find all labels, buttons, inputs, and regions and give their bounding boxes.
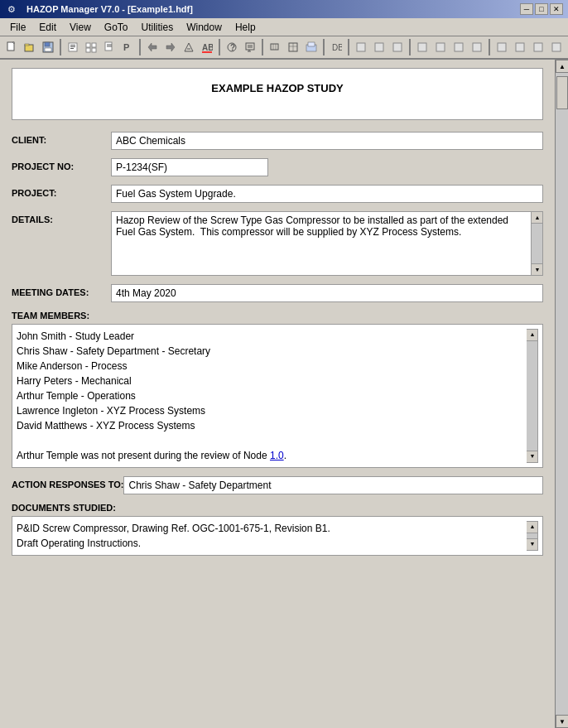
team-note-prefix: Arthur Temple was not present during the… <box>17 450 270 461</box>
team-note-link[interactable]: 1.0 <box>270 450 284 461</box>
toolbar-btn6[interactable] <box>101 38 118 56</box>
toolbar-btn16[interactable] <box>303 38 320 56</box>
client-label: CLIENT: <box>12 132 111 145</box>
toolbar-spelling[interactable]: ABC <box>199 38 215 56</box>
client-input[interactable] <box>111 132 543 150</box>
docs-scroll-up[interactable]: ▲ <box>527 522 538 533</box>
project-input[interactable] <box>111 185 543 203</box>
content-panel: EXAMPLE HAZOP STUDY CLIENT: PROJECT NO: … <box>0 60 555 728</box>
toolbar: P ABC ? DB <box>0 36 568 60</box>
toolbar-btn4[interactable] <box>65 38 81 56</box>
svg-rect-3 <box>25 44 29 46</box>
documents-studied-label: DOCUMENTS STUDIED: <box>12 503 543 513</box>
menu-help[interactable]: Help <box>229 20 262 35</box>
svg-rect-13 <box>86 48 90 52</box>
team-members-row: John Smith - Study Leader Chris Shaw - S… <box>12 324 543 468</box>
action-responses-row: ACTION RESPONSES TO: <box>12 476 543 494</box>
svg-rect-47 <box>473 43 481 51</box>
details-scroll-down[interactable]: ▼ <box>532 263 543 275</box>
team-scroll-track <box>527 341 537 451</box>
project-no-row: PROJECT NO: <box>12 158 543 176</box>
details-scroll-up[interactable]: ▲ <box>532 212 543 224</box>
main-scrollbar: ▲ ▼ <box>555 60 568 728</box>
details-row: DETAILS: Hazop Review of the Screw Type … <box>12 211 543 276</box>
toolbar-btn13[interactable] <box>242 38 258 56</box>
toolbar-save[interactable] <box>40 38 56 56</box>
team-scroll-up[interactable]: ▲ <box>527 330 538 341</box>
title-bar-left: ⚙ HAZOP Manager V7.0 - [Example1.hdf] <box>5 2 193 16</box>
toolbar-btn20[interactable] <box>389 38 406 56</box>
team-scroll-down[interactable]: ▼ <box>527 451 538 462</box>
svg-rect-10 <box>70 48 74 49</box>
svg-text:P: P <box>123 42 129 52</box>
toolbar-btn18[interactable] <box>353 38 369 56</box>
team-member-1: John Smith - Study Leader <box>17 329 527 344</box>
toolbar-btn27[interactable] <box>530 38 546 56</box>
svg-rect-0 <box>7 42 14 51</box>
toolbar-btn26[interactable] <box>512 38 528 56</box>
menu-goto[interactable]: GoTo <box>98 20 135 35</box>
svg-rect-49 <box>516 43 524 51</box>
restore-button[interactable]: □ <box>535 3 548 15</box>
svg-rect-43 <box>393 43 402 51</box>
svg-marker-19 <box>148 43 156 51</box>
toolbar-btn15[interactable] <box>285 38 301 56</box>
svg-rect-12 <box>92 43 96 47</box>
toolbar-btn7[interactable]: P <box>119 38 136 56</box>
project-no-label: PROJECT NO: <box>12 158 111 171</box>
toolbar-btn10[interactable] <box>181 38 197 56</box>
study-title: EXAMPLE HAZOP STUDY <box>211 82 343 94</box>
title-bar: ⚙ HAZOP Manager V7.0 - [Example1.hdf] ─ … <box>0 0 568 18</box>
toolbar-btn22[interactable] <box>432 38 449 56</box>
svg-rect-46 <box>455 43 463 51</box>
details-scroll-track <box>532 224 542 263</box>
project-no-input[interactable] <box>111 158 268 176</box>
menu-view[interactable]: View <box>63 20 98 35</box>
menu-window[interactable]: Window <box>180 20 229 35</box>
close-button[interactable]: ✕ <box>550 3 563 15</box>
docs-scroll-down[interactable]: ▼ <box>527 538 538 550</box>
details-container: Hazop Review of the Screw Type Gas Compr… <box>111 211 543 276</box>
toolbar-btn12[interactable]: ? <box>224 38 240 56</box>
menu-file[interactable]: File <box>3 20 32 35</box>
toolbar-btn17[interactable]: DB <box>328 38 344 56</box>
toolbar-sep-6 <box>348 39 349 55</box>
scroll-track <box>556 73 568 715</box>
scroll-up-arrow[interactable]: ▲ <box>556 60 568 73</box>
details-textarea[interactable]: Hazop Review of the Screw Type Gas Compr… <box>111 211 532 276</box>
menu-utilities[interactable]: Utilities <box>135 20 181 35</box>
team-note: Arthur Temple was not present during the… <box>17 448 527 463</box>
toolbar-btn23[interactable] <box>450 38 467 56</box>
docs-scrollbar: ▲ ▼ <box>527 521 538 551</box>
svg-rect-5 <box>45 42 50 46</box>
study-title-box: EXAMPLE HAZOP STUDY <box>12 68 543 120</box>
team-member-2: Chris Shaw - Safety Department - Secreta… <box>17 344 527 359</box>
toolbar-new[interactable] <box>3 38 20 56</box>
toolbar-sep-5 <box>323 39 325 55</box>
team-members-text: John Smith - Study Leader Chris Shaw - S… <box>17 329 527 463</box>
svg-rect-8 <box>70 45 75 46</box>
menu-edit[interactable]: Edit <box>32 20 63 35</box>
scroll-thumb[interactable] <box>556 76 568 109</box>
toolbar-btn9[interactable] <box>162 38 179 56</box>
toolbar-btn5[interactable] <box>83 38 99 56</box>
scroll-down-arrow[interactable]: ▼ <box>556 715 568 728</box>
toolbar-sep-4 <box>262 39 263 55</box>
toolbar-btn28[interactable] <box>548 38 565 56</box>
action-responses-input[interactable] <box>123 476 543 494</box>
minimize-button[interactable]: ─ <box>520 3 533 15</box>
details-label: DETAILS: <box>12 211 111 224</box>
toolbar-btn21[interactable] <box>414 38 431 56</box>
meeting-dates-input[interactable] <box>111 284 543 302</box>
svg-rect-32 <box>271 44 278 50</box>
toolbar-open[interactable] <box>22 38 38 56</box>
toolbar-btn14[interactable] <box>267 38 283 56</box>
toolbar-sep-2 <box>139 39 141 55</box>
toolbar-btn25[interactable] <box>493 38 510 56</box>
toolbar-btn24[interactable] <box>469 38 485 56</box>
doc-2: Draft Operating Instructions. <box>17 536 527 551</box>
documents-row: P&ID Screw Compressor, Drawing Ref. OGC-… <box>12 516 543 556</box>
toolbar-btn8[interactable] <box>144 38 161 56</box>
toolbar-btn19[interactable] <box>371 38 387 56</box>
doc-1: P&ID Screw Compressor, Drawing Ref. OGC-… <box>17 521 527 536</box>
